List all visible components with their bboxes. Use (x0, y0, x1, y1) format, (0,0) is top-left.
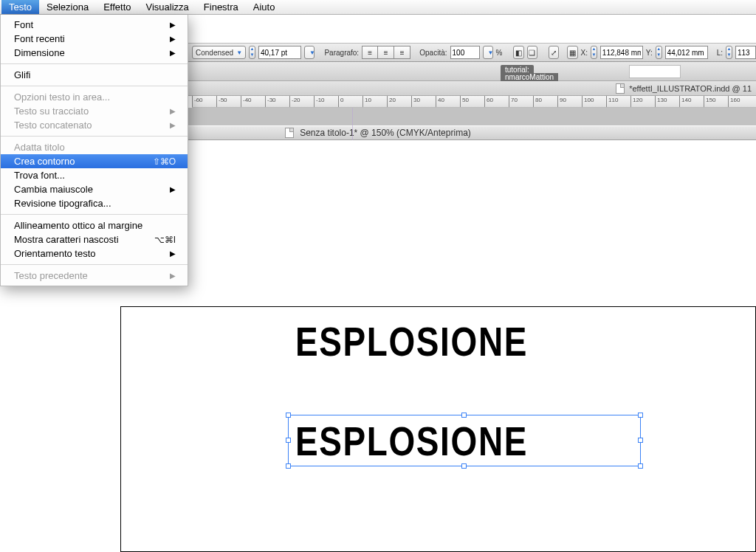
font-size-input[interactable] (258, 46, 301, 59)
align-button-group: ≡ ≡ ≡ (362, 46, 410, 59)
submenu-arrow-icon: ▶ (170, 121, 176, 129)
menu-item-label: Dimensione (14, 47, 65, 58)
submenu-arrow-icon: ▶ (170, 21, 176, 29)
x-stepper[interactable]: ▲▼ (591, 46, 597, 59)
menu-item-label: Mostra caratteri nascosti (14, 234, 119, 245)
menu-item-opzioni-testo-in-area: Opzioni testo in area... (1, 90, 188, 104)
menu-item-adatta-titolo: Adatta titolo (1, 140, 188, 154)
transform-icon-1[interactable]: ⤢ (549, 46, 559, 59)
align-left-button[interactable]: ≡ (362, 46, 378, 59)
chevron-down-icon: ▼ (236, 49, 242, 56)
font-size-dropdown[interactable]: ▼ (304, 46, 315, 59)
l-stepper[interactable]: ▲▼ (726, 46, 732, 59)
menu-separator (1, 264, 188, 265)
l-input[interactable] (735, 46, 756, 59)
menubar: Testo Seleziona Effetto Visualizza Fines… (0, 0, 756, 15)
selection-handle[interactable] (638, 413, 643, 418)
menu-item-mostra-caratteri-nascosti[interactable]: Mostra caratteri nascosti⌥⌘I (1, 232, 188, 246)
menu-item-revisione-tipografica[interactable]: Revisione tipografica... (1, 196, 188, 210)
menu-item-label: Trova font... (14, 170, 65, 181)
window-title: Senza titolo-1* @ 150% (CMYK/Anteprima) (300, 128, 471, 138)
menu-item-label: Cambia maiuscole (14, 184, 93, 195)
menu-item-label: Glifi (14, 69, 30, 80)
y-input[interactable] (665, 46, 708, 59)
menu-item-label: Opzioni testo in area... (14, 92, 110, 103)
opacity-dropdown[interactable]: ▼ (483, 46, 493, 59)
menu-item-label: Allineamento ottico al margine (14, 220, 142, 231)
text-object-1[interactable]: ESPLOSIONE (295, 317, 528, 365)
menu-item-label: Testo concatenato (14, 120, 92, 131)
style-icon-1[interactable]: ◧ (513, 46, 523, 59)
style-icon-2[interactable]: ❏ (527, 46, 537, 59)
font-style-value: Condensed (196, 49, 233, 57)
menu-item-label: Crea contorno (14, 156, 75, 167)
menu-visualizza[interactable]: Visualizza (139, 0, 196, 14)
menu-separator (1, 86, 188, 86)
menu-separator (1, 136, 188, 137)
column-guide (352, 108, 353, 140)
y-stepper[interactable]: ▲▼ (656, 46, 662, 59)
paragraph-label: Paragrafo: (324, 49, 359, 57)
menu-item-label: Revisione tipografica... (14, 198, 111, 209)
submenu-arrow-icon: ▶ (170, 35, 176, 43)
align-right-button[interactable]: ≡ (394, 46, 410, 59)
menu-item-label: Font (14, 19, 33, 30)
menu-item-testo-su-tracciato: Testo su tracciato▶ (1, 104, 188, 118)
chevron-down-icon: ▼ (309, 49, 315, 56)
reference-point-icon[interactable]: ▦ (567, 46, 577, 59)
x-label: X: (581, 49, 588, 57)
font-style-select[interactable]: Condensed▼ (192, 46, 246, 59)
selection-handle[interactable] (286, 413, 291, 418)
menu-item-glifi[interactable]: Glifi (1, 68, 188, 82)
selection-handle[interactable] (286, 463, 291, 469)
menu-item-dimensione[interactable]: Dimensione▶ (1, 46, 188, 60)
menu-item-label: Testo precedente (14, 270, 88, 281)
menu-item-label: Adatta titolo (14, 142, 65, 153)
menu-testo[interactable]: Testo (1, 0, 39, 14)
menu-item-allineamento-ottico-al-margine[interactable]: Allineamento ottico al margine (1, 218, 188, 232)
menu-seleziona[interactable]: Seleziona (39, 0, 96, 14)
menu-item-shortcut: ⇧⌘O (153, 156, 176, 167)
document-icon (616, 83, 625, 94)
menu-item-trova-font[interactable]: Trova font... (1, 168, 188, 182)
menu-separator (1, 214, 188, 215)
l-label: L: (717, 49, 723, 57)
selection-bounding-box[interactable] (288, 415, 641, 466)
submenu-arrow-icon: ▶ (170, 185, 176, 193)
menu-item-cambia-maiuscole[interactable]: Cambia maiuscole▶ (1, 182, 188, 196)
testo-dropdown-menu: Font▶Font recenti▶Dimensione▶GlifiOpzion… (0, 15, 188, 286)
submenu-arrow-icon: ▶ (170, 249, 176, 258)
menu-effetto[interactable]: Effetto (96, 0, 138, 14)
selection-handle[interactable] (461, 463, 467, 469)
submenu-arrow-icon: ▶ (170, 272, 176, 280)
menu-item-crea-contorno[interactable]: Crea contorno⇧⌘O (1, 154, 188, 168)
menu-separator (1, 63, 188, 64)
menu-item-label: Orientamento testo (14, 248, 96, 259)
selection-handle[interactable] (638, 438, 643, 443)
selection-handle[interactable] (286, 438, 291, 443)
chevron-down-icon: ▼ (488, 49, 494, 56)
font-size-stepper[interactable]: ▲▼ (249, 46, 255, 59)
menu-aiuto[interactable]: Aiuto (246, 0, 283, 14)
menu-item-font-recenti[interactable]: Font recenti▶ (1, 32, 188, 46)
document-icon (285, 128, 294, 138)
x-input[interactable] (600, 46, 643, 59)
menu-item-shortcut: ⌥⌘I (154, 235, 176, 245)
menu-finestra[interactable]: Finestra (196, 0, 246, 14)
menu-item-orientamento-testo[interactable]: Orientamento testo▶ (1, 246, 188, 261)
submenu-arrow-icon: ▶ (170, 107, 176, 115)
align-center-button[interactable]: ≡ (378, 46, 394, 59)
horizontal-ruler[interactable]: -60-50-40-30-20-100102030405060708090100… (192, 96, 756, 108)
selection-handle[interactable] (638, 463, 643, 469)
menu-item-font[interactable]: Font▶ (1, 18, 188, 32)
menu-item-testo-precedente: Testo precedente▶ (1, 269, 188, 283)
selection-handle[interactable] (461, 413, 467, 418)
menu-item-label: Font recenti (14, 33, 65, 44)
side-panel-thumb (629, 65, 681, 78)
menu-item-label: Testo su tracciato (14, 106, 89, 117)
opacity-label: Opacità: (419, 49, 447, 57)
opacity-input[interactable] (450, 46, 480, 59)
opacity-unit: % (496, 49, 503, 57)
submenu-arrow-icon: ▶ (170, 49, 176, 57)
other-document-tab[interactable]: *effettI_ILLUSTRATOR.indd @ 11 (629, 84, 752, 93)
